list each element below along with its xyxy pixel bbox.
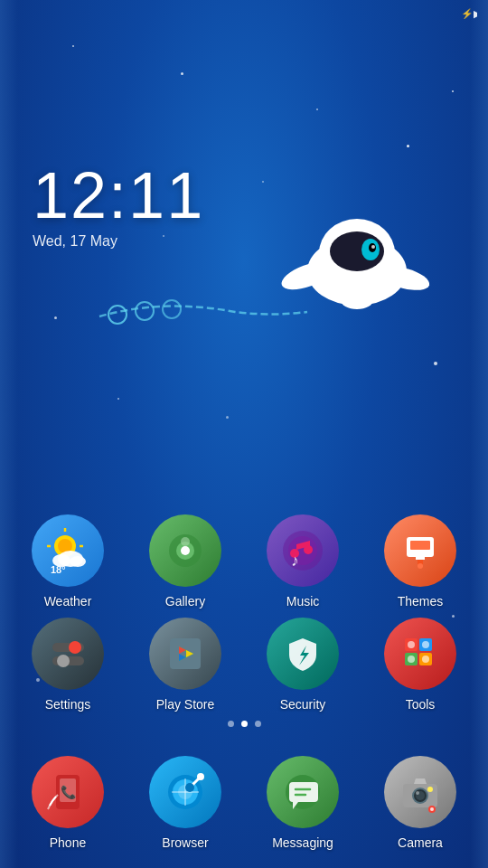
svg-rect-41 [170,638,201,669]
gallery-label: Gallery [165,594,205,609]
weather-icon-bg: 18° [32,514,104,587]
app-settings[interactable]: Settings [16,618,120,712]
svg-point-21 [70,556,86,567]
app-weather[interactable]: 18° Weather [16,514,120,609]
svg-point-38 [69,641,81,654]
app-tools[interactable]: Tools [369,618,473,712]
svg-text:📞: 📞 [61,785,77,800]
camera-label: Camera [398,835,443,850]
dock: 📞 Phone Browser [0,747,488,868]
settings-icon-bg [32,618,104,690]
svg-point-25 [181,546,190,555]
app-messaging[interactable]: Messaging [251,756,355,850]
playstore-label: Play Store [156,697,215,712]
tools-icon-bg [384,618,456,690]
svg-point-75 [427,787,433,792]
svg-point-65 [197,773,204,780]
dot-2 [241,721,248,727]
eve-robot [271,181,434,344]
app-camera[interactable]: Camera [369,756,473,850]
camera-icon-bg [384,756,456,828]
svg-point-55 [422,656,429,663]
svg-point-11 [136,302,154,320]
security-icon-bg [267,618,339,690]
svg-point-54 [408,656,415,663]
clock-date: Wed, 17 May [33,233,204,250]
music-icon-bg: ♪ [267,514,339,587]
app-playstore[interactable]: Play Store [134,618,238,712]
messaging-icon-bg [267,756,339,828]
svg-point-12 [163,300,181,318]
app-music[interactable]: ♪ Music [251,514,355,609]
svg-point-9 [341,291,373,309]
settings-label: Settings [45,697,91,712]
svg-point-6 [371,245,375,249]
music-label: Music [286,594,320,609]
phone-label: Phone [50,835,86,850]
svg-text:⚡▶📶: ⚡▶📶 [461,7,477,19]
apps-row-2: Settings Play Store [9,618,479,712]
themes-label: Themes [398,594,444,609]
page-dots [9,721,479,727]
apps-row-1: 18° Weather Gallery [9,514,479,609]
svg-point-53 [422,641,429,648]
svg-point-40 [57,655,70,667]
svg-rect-33 [410,541,430,550]
phone-icon-bg: 📞 [32,756,104,828]
app-gallery[interactable]: Gallery [134,514,238,609]
svg-point-66 [185,783,194,792]
messaging-label: Messaging [272,835,333,850]
svg-rect-34 [416,557,425,560]
svg-point-52 [408,641,415,648]
svg-point-77 [430,807,434,811]
playstore-icon-bg [149,618,221,690]
dot-1 [228,721,234,727]
svg-point-26 [181,537,190,546]
security-label: Security [280,697,326,712]
svg-text:18°: 18° [51,564,66,575]
svg-point-36 [418,563,423,569]
app-themes[interactable]: Themes [369,514,473,609]
browser-label: Browser [162,835,208,850]
themes-icon-bg [384,514,456,587]
svg-point-10 [108,306,127,324]
app-browser[interactable]: Browser [134,756,238,850]
apps-area: 18° Weather Gallery [0,514,488,741]
gallery-icon-bg [149,514,221,587]
status-icons: ⚡▶📶 [461,6,477,19]
weather-label: Weather [44,594,92,609]
svg-text:♪: ♪ [291,552,299,570]
dot-3 [255,721,261,727]
browser-icon-bg [149,756,221,828]
status-bar: ⚡▶📶 [0,0,488,25]
clock-area: 12:11 Wed, 17 May [33,163,204,250]
svg-point-30 [304,545,313,554]
svg-point-74 [416,791,419,795]
tools-label: Tools [406,697,436,712]
app-phone[interactable]: 📞 Phone [16,756,120,850]
app-security[interactable]: Security [251,618,355,712]
clock-time: 12:11 [33,163,204,228]
